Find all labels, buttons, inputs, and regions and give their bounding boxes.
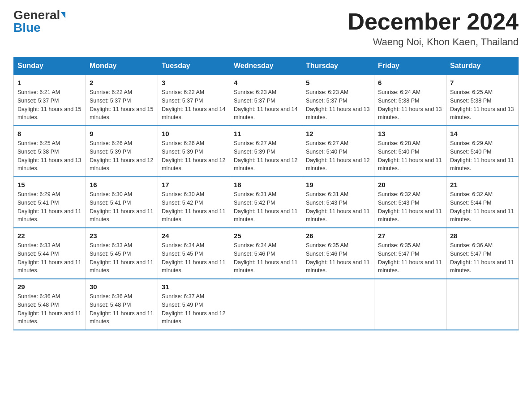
day-number: 20	[378, 181, 442, 188]
day-number: 1	[17, 79, 82, 86]
day-number: 11	[234, 130, 298, 137]
calendar-cell: 4Sunrise: 6:23 AMSunset: 5:37 PMDaylight…	[230, 75, 302, 126]
day-info: Sunrise: 6:31 AMSunset: 5:42 PMDaylight:…	[234, 190, 298, 224]
day-number: 26	[306, 232, 370, 240]
day-info: Sunrise: 6:27 AMSunset: 5:39 PMDaylight:…	[234, 139, 298, 173]
day-number: 12	[306, 130, 370, 137]
day-number: 14	[450, 130, 515, 137]
calendar-cell	[302, 279, 374, 330]
calendar-cell: 2Sunrise: 6:22 AMSunset: 5:37 PMDaylight…	[86, 75, 158, 126]
day-number: 21	[450, 181, 515, 188]
day-info: Sunrise: 6:30 AMSunset: 5:41 PMDaylight:…	[90, 190, 154, 224]
logo-blue-text: Blue	[13, 21, 41, 34]
calendar-cell: 11Sunrise: 6:27 AMSunset: 5:39 PMDayligh…	[230, 126, 302, 177]
calendar-header-row: SundayMondayTuesdayWednesdayThursdayFrid…	[14, 57, 519, 75]
calendar-week-row: 29Sunrise: 6:36 AMSunset: 5:48 PMDayligh…	[14, 279, 519, 330]
title-section: December 2024 Waeng Noi, Khon Kaen, Thai…	[348, 9, 519, 48]
calendar-cell: 1Sunrise: 6:21 AMSunset: 5:37 PMDaylight…	[14, 75, 86, 126]
logo: General Blue	[13, 9, 65, 34]
page-header: General Blue December 2024 Waeng Noi, Kh…	[13, 9, 519, 48]
day-number: 2	[90, 79, 154, 86]
calendar-cell: 5Sunrise: 6:23 AMSunset: 5:37 PMDaylight…	[302, 75, 374, 126]
column-header-monday: Monday	[86, 57, 158, 75]
logo-triangle-icon	[61, 12, 65, 18]
calendar-cell: 9Sunrise: 6:26 AMSunset: 5:39 PMDaylight…	[86, 126, 158, 177]
day-info: Sunrise: 6:35 AMSunset: 5:46 PMDaylight:…	[306, 241, 370, 275]
calendar-cell	[374, 279, 446, 330]
calendar-cell: 19Sunrise: 6:31 AMSunset: 5:43 PMDayligh…	[302, 177, 374, 228]
day-number: 7	[450, 79, 515, 86]
column-header-saturday: Saturday	[446, 57, 519, 75]
day-info: Sunrise: 6:23 AMSunset: 5:37 PMDaylight:…	[234, 88, 298, 122]
column-header-thursday: Thursday	[302, 57, 374, 75]
day-info: Sunrise: 6:26 AMSunset: 5:39 PMDaylight:…	[162, 139, 226, 173]
day-number: 25	[234, 232, 298, 240]
calendar-cell: 17Sunrise: 6:30 AMSunset: 5:42 PMDayligh…	[158, 177, 230, 228]
calendar-cell: 30Sunrise: 6:36 AMSunset: 5:48 PMDayligh…	[86, 279, 158, 330]
day-info: Sunrise: 6:36 AMSunset: 5:48 PMDaylight:…	[17, 292, 82, 326]
day-info: Sunrise: 6:28 AMSunset: 5:40 PMDaylight:…	[378, 139, 442, 173]
calendar-cell: 29Sunrise: 6:36 AMSunset: 5:48 PMDayligh…	[14, 279, 86, 330]
day-number: 10	[162, 130, 226, 137]
day-info: Sunrise: 6:24 AMSunset: 5:38 PMDaylight:…	[378, 88, 442, 122]
day-number: 24	[162, 232, 226, 240]
day-number: 3	[162, 79, 226, 86]
calendar-cell	[230, 279, 302, 330]
day-number: 17	[162, 181, 226, 188]
calendar-cell: 24Sunrise: 6:34 AMSunset: 5:45 PMDayligh…	[158, 228, 230, 279]
day-info: Sunrise: 6:25 AMSunset: 5:38 PMDaylight:…	[450, 88, 515, 122]
day-info: Sunrise: 6:37 AMSunset: 5:49 PMDaylight:…	[162, 292, 226, 326]
calendar-cell	[446, 279, 519, 330]
day-number: 4	[234, 79, 298, 86]
day-number: 5	[306, 79, 370, 86]
day-number: 22	[17, 232, 82, 240]
calendar-cell: 13Sunrise: 6:28 AMSunset: 5:40 PMDayligh…	[374, 126, 446, 177]
calendar-week-row: 22Sunrise: 6:33 AMSunset: 5:44 PMDayligh…	[14, 228, 519, 279]
calendar-cell: 15Sunrise: 6:29 AMSunset: 5:41 PMDayligh…	[14, 177, 86, 228]
day-info: Sunrise: 6:34 AMSunset: 5:46 PMDaylight:…	[234, 241, 298, 275]
day-info: Sunrise: 6:33 AMSunset: 5:44 PMDaylight:…	[17, 241, 82, 275]
day-number: 13	[378, 130, 442, 137]
day-number: 8	[17, 130, 82, 137]
day-number: 16	[90, 181, 154, 188]
day-info: Sunrise: 6:34 AMSunset: 5:45 PMDaylight:…	[162, 241, 226, 275]
calendar-cell: 25Sunrise: 6:34 AMSunset: 5:46 PMDayligh…	[230, 228, 302, 279]
calendar-week-row: 1Sunrise: 6:21 AMSunset: 5:37 PMDaylight…	[14, 75, 519, 126]
calendar-week-row: 8Sunrise: 6:25 AMSunset: 5:38 PMDaylight…	[14, 126, 519, 177]
day-number: 23	[90, 232, 154, 240]
day-info: Sunrise: 6:36 AMSunset: 5:48 PMDaylight:…	[90, 292, 154, 326]
calendar-cell: 28Sunrise: 6:36 AMSunset: 5:47 PMDayligh…	[446, 228, 519, 279]
calendar-cell: 8Sunrise: 6:25 AMSunset: 5:38 PMDaylight…	[14, 126, 86, 177]
day-info: Sunrise: 6:32 AMSunset: 5:44 PMDaylight:…	[450, 190, 515, 224]
calendar-cell: 22Sunrise: 6:33 AMSunset: 5:44 PMDayligh…	[14, 228, 86, 279]
day-info: Sunrise: 6:30 AMSunset: 5:42 PMDaylight:…	[162, 190, 226, 224]
calendar-table: SundayMondayTuesdayWednesdayThursdayFrid…	[13, 57, 519, 330]
calendar-cell: 26Sunrise: 6:35 AMSunset: 5:46 PMDayligh…	[302, 228, 374, 279]
calendar-cell: 10Sunrise: 6:26 AMSunset: 5:39 PMDayligh…	[158, 126, 230, 177]
day-info: Sunrise: 6:33 AMSunset: 5:45 PMDaylight:…	[90, 241, 154, 275]
day-info: Sunrise: 6:29 AMSunset: 5:41 PMDaylight:…	[17, 190, 82, 224]
day-number: 31	[162, 283, 226, 291]
calendar-cell: 27Sunrise: 6:35 AMSunset: 5:47 PMDayligh…	[374, 228, 446, 279]
calendar-subtitle: Waeng Noi, Khon Kaen, Thailand	[348, 36, 519, 48]
calendar-cell: 21Sunrise: 6:32 AMSunset: 5:44 PMDayligh…	[446, 177, 519, 228]
day-info: Sunrise: 6:36 AMSunset: 5:47 PMDaylight:…	[450, 241, 515, 275]
column-header-tuesday: Tuesday	[158, 57, 230, 75]
day-info: Sunrise: 6:25 AMSunset: 5:38 PMDaylight:…	[17, 139, 82, 173]
calendar-cell: 16Sunrise: 6:30 AMSunset: 5:41 PMDayligh…	[86, 177, 158, 228]
column-header-sunday: Sunday	[14, 57, 86, 75]
day-number: 30	[90, 283, 154, 291]
column-header-friday: Friday	[374, 57, 446, 75]
calendar-cell: 18Sunrise: 6:31 AMSunset: 5:42 PMDayligh…	[230, 177, 302, 228]
column-header-wednesday: Wednesday	[230, 57, 302, 75]
day-number: 15	[17, 181, 82, 188]
day-info: Sunrise: 6:23 AMSunset: 5:37 PMDaylight:…	[306, 88, 370, 122]
day-info: Sunrise: 6:26 AMSunset: 5:39 PMDaylight:…	[90, 139, 154, 173]
day-info: Sunrise: 6:32 AMSunset: 5:43 PMDaylight:…	[378, 190, 442, 224]
calendar-cell: 3Sunrise: 6:22 AMSunset: 5:37 PMDaylight…	[158, 75, 230, 126]
calendar-cell: 23Sunrise: 6:33 AMSunset: 5:45 PMDayligh…	[86, 228, 158, 279]
calendar-cell: 7Sunrise: 6:25 AMSunset: 5:38 PMDaylight…	[446, 75, 519, 126]
day-number: 29	[17, 283, 82, 291]
calendar-week-row: 15Sunrise: 6:29 AMSunset: 5:41 PMDayligh…	[14, 177, 519, 228]
calendar-cell: 20Sunrise: 6:32 AMSunset: 5:43 PMDayligh…	[374, 177, 446, 228]
